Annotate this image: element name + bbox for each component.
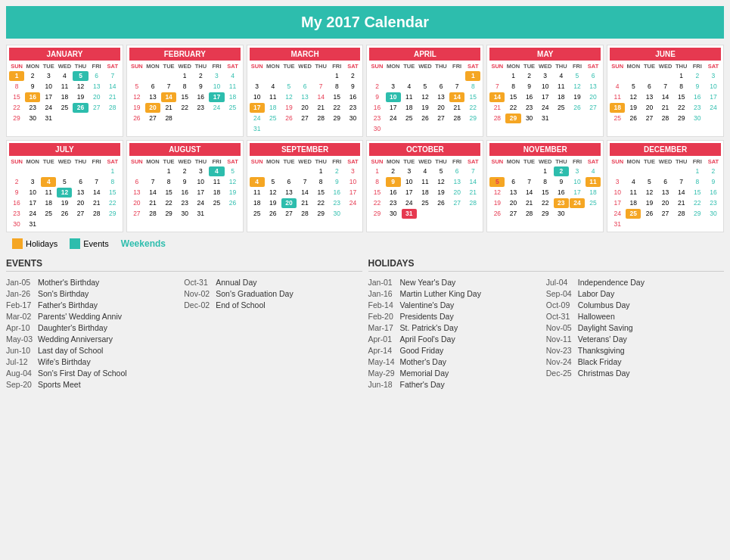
list-item: May-14Mother's Day: [368, 357, 546, 366]
cal-day: 26: [73, 103, 88, 113]
list-item: Dec-25Christmas Day: [546, 369, 724, 378]
month-header-august: AUGUST: [129, 143, 241, 156]
cal-day: 29: [505, 114, 520, 123]
cal-day: 3: [250, 82, 265, 92]
cal-day: 21: [297, 198, 312, 208]
cal-day: 26: [418, 114, 433, 123]
cal-day: 28: [658, 114, 673, 123]
cal-day: 26: [433, 198, 449, 208]
cal-day: 13: [433, 92, 449, 102]
cal-day: 6: [641, 82, 657, 92]
cal-day: 2: [706, 166, 721, 176]
cal-day: 6: [297, 82, 312, 92]
cal-day: 15: [465, 92, 480, 102]
cal-day: 19: [641, 198, 657, 208]
cal-day: 7: [465, 166, 480, 176]
cal-day: 1: [369, 166, 384, 176]
cal-day: 29: [538, 209, 553, 219]
cal-day: 28: [313, 114, 328, 123]
cal-day: 21: [522, 198, 537, 208]
cal-day: 2: [690, 71, 705, 81]
cal-day: 5: [266, 177, 281, 187]
cal-day: 28: [145, 209, 160, 219]
cal-day: 20: [586, 92, 601, 102]
cal-day: 25: [209, 198, 224, 208]
cal-day: 25: [266, 114, 281, 123]
list-item: Nov-02Son's Graduation Day: [184, 289, 362, 298]
events-section-title: EVENTS: [6, 258, 362, 272]
cal-day: 2: [329, 166, 344, 176]
cal-day: 18: [250, 198, 265, 208]
cal-day: 2: [177, 166, 192, 176]
month-header-july: JULY: [9, 143, 120, 156]
cal-day: 27: [129, 209, 144, 219]
month-header-september: SEPTEMBER: [250, 143, 361, 156]
cal-day: 1: [161, 166, 176, 176]
cal-day: 27: [449, 198, 464, 208]
calendars-grid: JANUARY SUNMONTUEWEDTHUFRISAT 1 2 3 4 5 …: [6, 45, 724, 232]
cal-day: 28: [297, 209, 312, 219]
cal-day: 26: [570, 103, 585, 113]
cal-day: 23: [706, 198, 721, 208]
cal-day: 16: [25, 92, 40, 102]
cal-day: 16: [690, 92, 705, 102]
cal-day: 23: [690, 103, 705, 113]
events-col-2: Oct-31Annual Day Nov-02Son's Graduation …: [184, 278, 362, 391]
cal-day: 11: [418, 177, 433, 187]
cal-day: 5: [570, 71, 585, 81]
cal-day: 15: [505, 92, 520, 102]
cal-day: 6: [73, 177, 88, 187]
month-header-may: MAY: [489, 48, 601, 61]
cal-day: 26: [281, 114, 297, 123]
cal-day: 30: [522, 114, 537, 123]
list-item: Feb-17Father's Birthday: [6, 300, 184, 310]
cal-day: 23: [177, 198, 192, 208]
cal-day: 30: [345, 114, 360, 123]
cal-day: 16: [386, 188, 401, 198]
cal-day: 23: [25, 103, 40, 113]
cal-day: 9: [386, 177, 401, 187]
cal-day: 2: [369, 82, 384, 92]
cal-day: 28: [465, 198, 480, 208]
cal-day: 29: [690, 209, 705, 219]
cal-day: 9: [25, 82, 40, 92]
cal-day: 17: [345, 188, 360, 198]
cal-day: 26: [641, 209, 657, 219]
cal-day: 26: [57, 209, 72, 219]
cal-day: 15: [690, 188, 705, 198]
cal-day: 31: [25, 219, 40, 229]
list-item: Dec-02End of School: [184, 300, 362, 310]
cal-day: 4: [586, 166, 601, 176]
cal-day: 9: [177, 177, 192, 187]
cal-day: 3: [41, 71, 56, 81]
events-col-1: Jan-05Mother's Birthday Jan-26Son's Birt…: [6, 278, 184, 391]
cal-day: 29: [465, 114, 480, 123]
cal-day: 6: [586, 71, 601, 81]
cal-day: 25: [610, 114, 625, 123]
cal-day: 30: [9, 219, 24, 229]
month-header-january: JANUARY: [9, 48, 120, 61]
month-may: MAY SUNMONTUEWEDTHUFRISAT 1 2 3 4 5 6 7 …: [486, 45, 604, 137]
cal-day: 27: [586, 103, 601, 113]
legend: Holidays Events Weekends: [12, 238, 724, 249]
cal-day: 27: [641, 114, 657, 123]
cal-day: 18: [626, 198, 641, 208]
cal-day: 15: [369, 188, 384, 198]
cal-day: 22: [9, 103, 24, 113]
cal-day: 25: [626, 209, 641, 219]
list-item: Apr-10Daughter's Birthday: [6, 323, 184, 332]
cal-day: 28: [674, 209, 689, 219]
cal-day: 29: [369, 209, 384, 219]
cal-day: 21: [313, 103, 328, 113]
cal-day: 14: [674, 188, 689, 198]
cal-day: 15: [313, 188, 328, 198]
cal-day: 13: [297, 92, 312, 102]
cal-day: 1: [538, 166, 553, 176]
cal-day: 10: [706, 82, 721, 92]
cal-day: 27: [73, 209, 88, 219]
cal-day: 1: [177, 71, 192, 81]
legend-events-label: Events: [83, 239, 109, 248]
page-title: My 2017 Calendar: [6, 6, 724, 39]
cal-day: 21: [449, 103, 464, 113]
cal-day: 20: [281, 198, 297, 208]
